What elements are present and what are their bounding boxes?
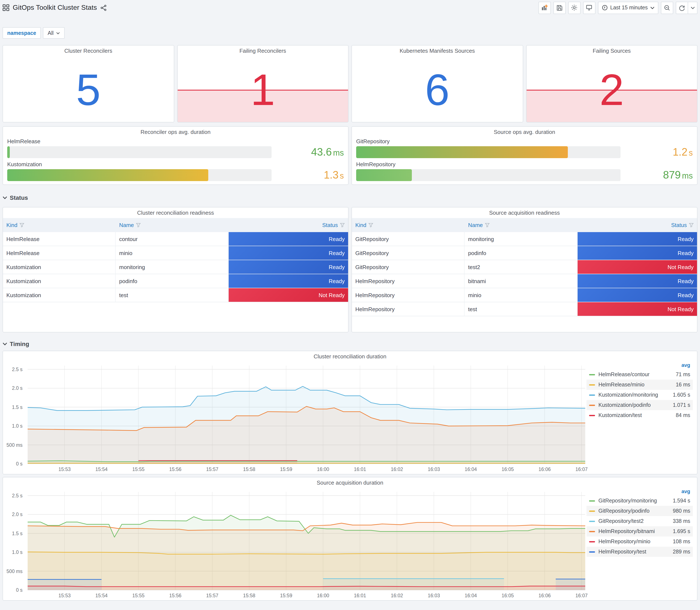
cell-kind: Kustomization [3,274,116,288]
column-header-name[interactable]: Name [116,218,229,232]
column-header-status[interactable]: Status [228,218,348,232]
legend-item[interactable]: HelmRepository/bitnami1.695 s [587,526,693,536]
filter-funnel-icon [136,223,141,227]
panel-cluster-reconciliation-duration: Cluster reconciliation duration0 s500 ms… [2,351,698,475]
legend-item[interactable]: GitRepository/podinfo980 ms [587,506,693,516]
legend-item[interactable]: Kustomization/test84 ms [587,410,693,420]
legend-avg-value: 84 ms [665,412,690,418]
panel-title[interactable]: Source acquisition duration [3,477,697,486]
legend-item[interactable]: HelmRepository/minio108 ms [587,536,693,547]
column-header-label: Status [322,222,338,228]
gauge-value-unit: ms [682,171,693,180]
cell-name: minio [465,288,577,302]
legend-swatch [589,510,595,512]
cycle-view-button[interactable] [583,1,596,14]
panel-title[interactable]: Cluster reconciliation duration [3,351,697,359]
save-dashboard-button[interactable] [553,1,566,14]
legend-item[interactable]: HelmRepository/test289 ms [587,547,693,557]
y-tick-label: 2.5 s [12,367,22,372]
panel-title[interactable]: Failing Reconcilers [177,46,348,54]
panel-title[interactable]: Source acquisition readiness [352,207,697,216]
add-panel-button[interactable] [538,1,551,14]
cell-name: contour [116,232,229,246]
chevron-down-icon [690,6,695,9]
y-tick-label: 1.0 s [12,423,22,429]
table-header: KindNameStatus [352,218,697,232]
column-header-status[interactable]: Status [577,218,697,232]
cell-status status-badge: Ready [228,274,348,288]
y-tick-label: 2.0 s [12,512,22,517]
dashboard-grid-icon[interactable] [2,4,9,11]
gauge-value-unit: s [340,171,344,180]
legend-item[interactable]: GitRepository/test2338 ms [587,516,693,526]
variable-namespace-value[interactable]: All [43,27,65,39]
y-axis: 0 s500 ms1.0 s1.5 s2.0 s2.5 s [3,492,25,590]
legend-item[interactable]: Kustomization/podinfo1.071 s [587,400,693,410]
column-header-label: Kind [6,222,17,228]
x-tick-label: 15:54 [95,467,108,472]
legend-item[interactable]: Kustomization/monitoring1.605 s [587,390,693,400]
time-range-picker[interactable]: Last 15 minutes [598,1,658,14]
share-icon[interactable] [100,4,107,11]
stat-value: 1 [177,68,348,112]
column-header-name[interactable]: Name [465,218,577,232]
legend-series-name: Kustomization/podinfo [599,402,665,408]
cell-kind: Kustomization [3,260,116,274]
cell-kind: HelmRelease [3,232,116,246]
legend-item[interactable]: HelmRelease/minio16 ms [587,380,693,390]
y-tick-label: 500 ms [6,442,22,447]
panel-title[interactable]: Cluster Reconcilers [3,46,174,54]
page-title: GitOps Toolkit Cluster Stats [13,4,97,12]
column-header-kind[interactable]: Kind [352,218,465,232]
gauge-value-number: 879 [663,169,681,181]
legend-series-name: Kustomization/test [599,412,665,418]
cell-status status-badge: Ready [577,232,697,246]
cell-kind: Kustomization [3,288,116,302]
table-row: HelmReleasecontourReady [3,232,348,246]
panel-title[interactable]: Cluster reconciliation readiness [3,207,348,216]
cell-name: bitnami [465,274,577,288]
panel-title[interactable]: Kubernetes Manifests Sources [352,46,523,54]
table-row: GitRepositorytest2Not Ready [352,260,697,274]
cell-name: podinfo [465,246,577,260]
x-tick-label: 16:01 [354,593,366,598]
legend-swatch [589,384,595,385]
x-tick-label: 15:53 [59,467,71,472]
legend-swatch [589,500,595,501]
legend-series-name: Kustomization/monitoring [599,392,665,398]
plot-area[interactable] [28,492,585,593]
legend-avg-value: 71 ms [665,371,690,378]
legend-avg-value: 980 ms [665,508,690,514]
x-tick-label: 15:55 [132,467,145,472]
legend-item[interactable]: HelmRelease/contour71 ms [587,369,693,380]
column-header-kind[interactable]: Kind [3,218,116,232]
section-status[interactable]: Status [2,194,698,201]
panel-source-acquisition-duration: Source acquisition duration0 s500 ms1.0 … [2,477,698,601]
panel-title[interactable]: Source ops avg. duration [356,127,693,135]
legend-item[interactable]: GitRepository/monitoring1.594 s [587,496,693,506]
legend-avg-value: 1.605 s [665,392,690,398]
y-tick-label: 1.5 s [12,531,22,536]
series-area [556,579,585,590]
plot-area[interactable] [28,366,585,466]
cell-kind: HelmRepository [352,302,465,316]
dashboard-settings-button[interactable] [568,1,581,14]
section-status-label: Status [10,194,28,201]
refresh-interval-button[interactable] [688,1,698,14]
refresh-button[interactable] [676,1,688,14]
table-row: KustomizationmonitoringReady [3,260,348,274]
chart-legend: avgGitRepository/monitoring1.594 sGitRep… [587,487,693,557]
table-row: KustomizationtestNot Ready [3,288,348,302]
section-timing[interactable]: Timing [2,340,698,347]
variable-namespace-label[interactable]: namespace [2,27,41,39]
x-tick-label: 15:54 [95,593,108,598]
panel-title[interactable]: Failing Sources [526,46,697,54]
clock-icon [602,5,608,11]
zoom-out-button[interactable] [661,1,673,14]
x-tick-label: 16:03 [428,593,440,598]
gauge-value-number: 43.6 [311,146,332,158]
x-tick-label: 15:56 [169,467,181,472]
cell-name: test2 [465,260,577,274]
cell-status status-badge: Not Ready [577,260,697,274]
panel-title[interactable]: Reconciler ops avg. duration [7,127,344,135]
